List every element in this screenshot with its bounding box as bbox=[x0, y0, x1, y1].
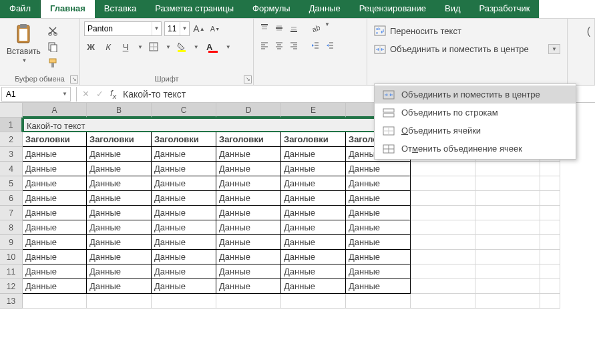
bold-button[interactable]: Ж bbox=[84, 40, 97, 53]
font-size-combo[interactable]: ▼ bbox=[164, 21, 190, 36]
merge-dropdown-button[interactable]: ▼ bbox=[548, 44, 560, 54]
cell[interactable] bbox=[411, 264, 475, 279]
cell[interactable]: Данные bbox=[152, 191, 216, 206]
clipboard-launcher-icon[interactable]: ↘ bbox=[70, 75, 78, 83]
row-header[interactable]: 9 bbox=[0, 235, 23, 250]
cell[interactable]: Данные bbox=[281, 264, 346, 279]
cell[interactable]: Заголовки bbox=[23, 132, 87, 147]
dropdown-item-merge-across[interactable]: Объединить по строкам bbox=[375, 104, 576, 122]
column-header[interactable]: A bbox=[23, 103, 87, 118]
cell[interactable] bbox=[411, 294, 475, 309]
cell[interactable] bbox=[281, 294, 346, 309]
cell[interactable]: Заголовки bbox=[281, 132, 346, 147]
cell[interactable]: Данные bbox=[346, 162, 411, 176]
cell[interactable]: Данные bbox=[346, 191, 411, 206]
merged-cell-a1-f1[interactable]: Какой-то текст bbox=[23, 118, 411, 132]
align-middle-button[interactable] bbox=[272, 21, 286, 35]
decrease-indent-button[interactable] bbox=[309, 39, 322, 52]
copy-button[interactable] bbox=[46, 40, 59, 53]
row-header[interactable]: 7 bbox=[0, 206, 23, 220]
paste-button[interactable]: Вставить ▼ bbox=[4, 21, 43, 65]
cell[interactable]: Данные bbox=[152, 162, 216, 176]
cell[interactable]: Данные bbox=[281, 162, 346, 176]
cell[interactable] bbox=[411, 235, 475, 250]
row-header[interactable]: 8 bbox=[0, 220, 23, 235]
column-header[interactable]: E bbox=[281, 103, 346, 118]
cell[interactable] bbox=[540, 235, 560, 250]
tab-file[interactable]: Файл bbox=[0, 0, 41, 18]
cut-button[interactable] bbox=[46, 24, 59, 37]
cell[interactable] bbox=[411, 176, 475, 191]
formula-bar-input[interactable]: Какой-то текст bbox=[123, 89, 186, 100]
cell[interactable]: Данные bbox=[152, 176, 216, 191]
cell[interactable]: Данные bbox=[152, 264, 216, 279]
align-left-button[interactable] bbox=[258, 39, 271, 52]
chevron-down-icon[interactable]: ▼ bbox=[325, 21, 330, 35]
cell[interactable] bbox=[540, 250, 560, 264]
cell[interactable]: Данные bbox=[281, 250, 346, 264]
align-right-button[interactable] bbox=[287, 39, 301, 52]
cell[interactable]: Данные bbox=[87, 206, 152, 220]
cell[interactable] bbox=[411, 220, 475, 235]
fx-icon[interactable]: fx bbox=[110, 88, 116, 100]
cell[interactable]: Данные bbox=[346, 264, 411, 279]
wrap-text-button[interactable]: abc Переносить текст bbox=[371, 24, 563, 37]
tab-insert[interactable]: Вставка bbox=[95, 0, 146, 18]
cell[interactable] bbox=[540, 264, 560, 279]
cell[interactable]: Данные bbox=[152, 220, 216, 235]
cell[interactable]: Данные bbox=[281, 206, 346, 220]
cell[interactable]: Данные bbox=[23, 235, 87, 250]
cell[interactable] bbox=[411, 250, 475, 264]
row-header[interactable]: 5 bbox=[0, 176, 23, 191]
cell[interactable]: Данные bbox=[346, 279, 411, 294]
cell[interactable]: Данные bbox=[281, 220, 346, 235]
increase-indent-button[interactable] bbox=[323, 39, 337, 52]
cell[interactable]: Данные bbox=[87, 176, 152, 191]
orientation-button[interactable]: ab bbox=[309, 21, 322, 35]
cell[interactable]: Данные bbox=[87, 235, 152, 250]
cell[interactable]: Данные bbox=[346, 235, 411, 250]
cell[interactable]: Заголовки bbox=[216, 132, 281, 147]
cell[interactable] bbox=[152, 294, 216, 309]
cell[interactable]: Данные bbox=[23, 250, 87, 264]
cell[interactable]: Данные bbox=[23, 162, 87, 176]
cell[interactable] bbox=[87, 294, 152, 309]
row-header[interactable]: 13 bbox=[0, 294, 23, 309]
cell[interactable]: Данные bbox=[152, 250, 216, 264]
chevron-down-icon[interactable]: ▼ bbox=[166, 44, 171, 50]
cell[interactable]: Заголовки bbox=[87, 132, 152, 147]
cell[interactable] bbox=[411, 162, 475, 176]
borders-button[interactable] bbox=[147, 40, 160, 53]
cell[interactable] bbox=[475, 191, 540, 206]
cell[interactable] bbox=[475, 264, 540, 279]
cell[interactable]: Заголовки bbox=[152, 132, 216, 147]
cell[interactable]: Данные bbox=[216, 220, 281, 235]
cell[interactable]: Данные bbox=[23, 206, 87, 220]
row-header[interactable]: 10 bbox=[0, 250, 23, 264]
cell[interactable]: Данные bbox=[216, 250, 281, 264]
cell[interactable]: Данные bbox=[281, 191, 346, 206]
dropdown-item-unmerge[interactable]: Отменить объединение ячеек bbox=[375, 140, 576, 158]
cell[interactable]: Данные bbox=[23, 264, 87, 279]
cell[interactable] bbox=[475, 279, 540, 294]
row-header[interactable]: 11 bbox=[0, 264, 23, 279]
row-header[interactable]: 3 bbox=[0, 147, 23, 162]
select-all-corner[interactable] bbox=[0, 103, 23, 118]
tab-view[interactable]: Вид bbox=[435, 0, 470, 18]
column-header[interactable]: C bbox=[152, 103, 216, 118]
cell[interactable]: Данные bbox=[281, 147, 346, 162]
cell[interactable] bbox=[411, 191, 475, 206]
italic-button[interactable]: К bbox=[102, 40, 115, 53]
font-launcher-icon[interactable]: ↘ bbox=[244, 75, 252, 83]
more-commands-icon[interactable]: ( bbox=[587, 25, 590, 37]
cell[interactable] bbox=[540, 176, 560, 191]
chevron-down-icon[interactable]: ▼ bbox=[180, 22, 189, 35]
row-header[interactable]: 12 bbox=[0, 279, 23, 294]
cell[interactable] bbox=[540, 191, 560, 206]
font-size-input[interactable] bbox=[165, 24, 180, 33]
cell[interactable] bbox=[475, 176, 540, 191]
cell[interactable]: Данные bbox=[23, 279, 87, 294]
cell[interactable]: Данные bbox=[87, 250, 152, 264]
cell[interactable] bbox=[475, 250, 540, 264]
cell[interactable]: Данные bbox=[216, 162, 281, 176]
